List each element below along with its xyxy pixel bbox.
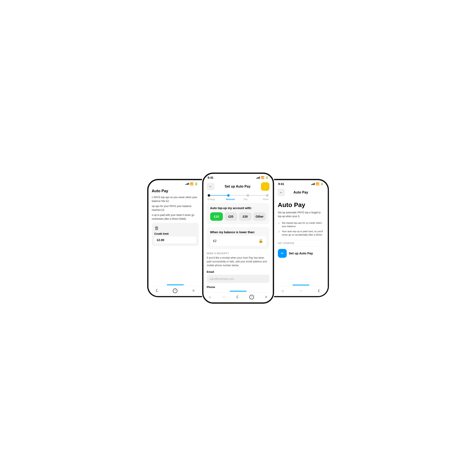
balance-input-row: £2 🔒	[210, 236, 266, 246]
amount-card: Auto top-up my account with: £10 £20 £30…	[207, 203, 269, 224]
infinity-icon: ∞	[278, 249, 287, 258]
right-header: ← Auto Pay	[274, 187, 328, 198]
center-payment-icon: £	[237, 295, 238, 299]
credit-limit-label: Credit limit	[154, 232, 196, 235]
right-payment-icon: £	[318, 289, 320, 293]
balance-card: When my balance is lower than: £2 🔒	[207, 227, 269, 249]
left-phone: 📶 🔋 Auto Pay c PAYG top-ups so you never…	[147, 179, 202, 297]
receipt-description: If you'd like a receipt when your Auto P…	[207, 256, 269, 267]
right-big-title: Auto Pay	[278, 201, 324, 208]
setup-btn-label: Set up Auto Pay	[289, 252, 313, 255]
menu-icon: ≡	[192, 289, 195, 293]
divider-2	[278, 247, 324, 247]
usage-icon: ⋯	[222, 295, 225, 299]
email-input[interactable]: sam@example.com	[207, 275, 269, 283]
left-description: c PAYG top-ups so you never when your ba…	[152, 195, 199, 221]
step-line-3	[249, 195, 266, 196]
check-item-2: ✓ Your auto top-up is paid card, so you'…	[278, 230, 324, 237]
credit-amount: £2.00	[154, 237, 196, 243]
email-placeholder: sam@example.com	[210, 277, 234, 280]
amount-other-button[interactable]: Other	[253, 212, 266, 221]
center-nav-payment[interactable]: £	[237, 295, 238, 299]
payment-icon: £	[156, 289, 158, 293]
right-nav-usage[interactable]: ⋯	[299, 289, 303, 293]
phone-label: Phone	[207, 286, 269, 289]
amount-10-button[interactable]: £10	[210, 212, 223, 221]
left-home-indicator	[167, 284, 184, 285]
left-nav-bar: £ ? ≡	[149, 286, 202, 296]
step-dot-energy	[208, 194, 210, 197]
email-label: Email	[207, 270, 269, 273]
right-header-title: Auto Pay	[293, 190, 308, 194]
setup-auto-pay-button[interactable]: ∞ Set up Auto Pay	[278, 249, 324, 258]
help-icon: ?	[173, 289, 177, 293]
lightning-icon: ⚡	[263, 184, 268, 189]
center-status-icons: 📶 🔋	[256, 176, 269, 179]
balance-value: £2	[213, 239, 217, 242]
step-line-2	[230, 195, 247, 196]
center-header: ← Set up Auto Pay ⚡	[204, 181, 273, 192]
center-signal	[256, 177, 260, 179]
center-nav-usage[interactable]: ⋯	[222, 295, 225, 299]
receipt-section: NEED A RECEIPT? If you'd like a receipt …	[207, 252, 269, 289]
step-label-done: Done	[253, 198, 269, 201]
center-header-title: Set up Auto Pay	[224, 185, 250, 188]
amount-card-title: Auto top-up my account with:	[210, 206, 266, 210]
right-nav-bar: ⌂ ⋯ £	[274, 286, 328, 296]
step-label-amount: Amount	[223, 198, 238, 201]
nav-item-help[interactable]: ?	[173, 289, 177, 293]
amount-30-button[interactable]: £30	[239, 212, 252, 221]
right-wifi: 📶	[316, 182, 319, 186]
back-button[interactable]: ←	[207, 183, 214, 190]
check-item-1: ✓ Set repeat top-ups for yo meter when y…	[278, 221, 324, 228]
center-nav-home[interactable]: ⌂	[209, 295, 211, 299]
home-icon: ⌂	[209, 295, 211, 299]
checkmark-1: ✓	[278, 221, 280, 225]
center-nav-menu[interactable]: ≡	[265, 295, 267, 299]
right-description: Set up automatic PAYG top-u forget to to…	[278, 211, 324, 218]
receipt-label: NEED A RECEIPT?	[207, 252, 269, 255]
center-wifi: 📶	[261, 176, 264, 179]
center-menu-icon: ≡	[265, 295, 267, 299]
battery-icon: 🔋	[195, 182, 198, 186]
left-status-bar: 📶 🔋	[149, 180, 202, 187]
step-line-1	[210, 195, 227, 196]
wifi-icon: 📶	[190, 182, 193, 186]
screen-container: 📶 🔋 Auto Pay c PAYG top-ups so you never…	[122, 172, 354, 304]
center-home-indicator	[230, 291, 247, 292]
nav-item-menu[interactable]: ≡	[192, 289, 195, 293]
center-time: 9:41	[208, 176, 214, 179]
right-time: 9:41	[278, 182, 284, 186]
amount-options: £10 £20 £30 Other	[210, 212, 266, 221]
right-phone: 9:41 📶 🔋 ← Auto Pay	[274, 179, 329, 297]
step-dot-pay	[247, 194, 249, 197]
signal-bars	[186, 183, 189, 185]
left-title: Auto Pay	[152, 189, 199, 193]
center-status-bar: 9:41 📶 🔋	[204, 174, 273, 181]
center-nav-help[interactable]: ?	[249, 295, 254, 299]
center-phone: 9:41 📶 🔋 ← Set up Auto Pay ⚡	[202, 172, 274, 304]
right-status-bar: 9:41 📶 🔋	[274, 180, 328, 187]
lock-icon: 🔒	[258, 238, 263, 243]
right-battery: 🔋	[320, 183, 323, 186]
balance-title: When my balance is lower than:	[210, 231, 266, 234]
right-back-button[interactable]: ←	[277, 189, 285, 196]
get-started-label: GET STARTED	[278, 242, 324, 244]
trash-icon[interactable]: 🗑	[154, 225, 196, 231]
credit-card: 🗑 Credit limit £2.00	[152, 223, 199, 246]
right-signal	[311, 183, 315, 185]
left-status-icons: 📶 🔋	[186, 182, 198, 186]
right-nav-payment[interactable]: £	[318, 289, 320, 293]
lightning-button[interactable]: ⚡	[261, 182, 269, 191]
step-label-pay: Pay	[238, 198, 253, 201]
checkmark-2: ✓	[278, 230, 280, 234]
divider	[278, 240, 324, 240]
nav-item-payment[interactable]: £	[156, 289, 158, 293]
right-nav-home[interactable]: ⌂	[282, 289, 284, 293]
step-dot-amount	[227, 194, 230, 197]
amount-20-button[interactable]: £20	[224, 212, 237, 221]
right-usage-icon: ⋯	[299, 289, 303, 293]
center-nav-bar: ⌂ ⋯ £ ? ≡	[204, 292, 273, 302]
center-help-icon: ?	[249, 295, 254, 299]
center-battery: 🔋	[265, 176, 269, 179]
